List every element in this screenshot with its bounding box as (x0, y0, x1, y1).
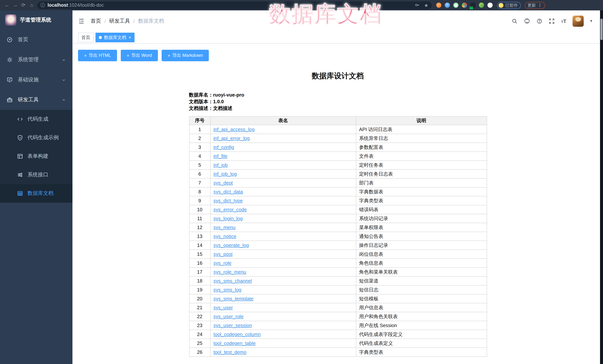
dashboard-icon (7, 37, 13, 43)
extension-icon-green-check[interactable] (453, 3, 458, 8)
sidebar-logo-row[interactable]: 芋道管理系统 (0, 11, 72, 30)
export-markdown-button[interactable]: + 导出 Markdown (162, 50, 209, 61)
extension-icon-orange[interactable] (436, 3, 441, 8)
bookmark-star-icon[interactable]: ★ (424, 2, 428, 8)
table-link[interactable]: sys_user (213, 305, 233, 310)
address-bar[interactable]: ⓘ localhost:1024/tool/db-doc ★ (37, 1, 432, 9)
table-link[interactable]: sys_user_session (213, 323, 252, 328)
table-link[interactable]: sys_sms_template (213, 296, 253, 301)
row-desc: 角色和菜单关联表 (356, 267, 487, 276)
row-desc: 短信模板 (356, 294, 487, 303)
table-link[interactable]: inf_job (213, 162, 228, 168)
table-link[interactable]: sys_user_role (213, 314, 244, 319)
table-link[interactable]: sys_login_log (213, 216, 243, 221)
browser-toolbar: ← → ⟳ ⌂ ⓘ localhost:1024/tool/db-doc ★ o… (0, 0, 603, 11)
extension-icon-puzzle[interactable] (487, 3, 493, 8)
table-link[interactable]: sys_sms_log (213, 287, 241, 293)
scrollbar-thumb[interactable] (600, 19, 603, 40)
extension-icon-green-leaf[interactable] (479, 3, 484, 8)
table-link[interactable]: tool_codegen_table (213, 341, 256, 346)
sidebar-item-form-builder[interactable]: 表单构建 (0, 147, 72, 165)
font-size-icon[interactable]: TT (561, 18, 566, 24)
browser-home-icon[interactable]: ⌂ (27, 0, 36, 11)
table-link[interactable]: inf_job_log (213, 171, 237, 177)
table-link[interactable]: sys_dict_data (213, 189, 243, 195)
row-no: 12 (189, 223, 210, 232)
extension-icon-color-grid[interactable] (462, 3, 467, 8)
browser-forward-icon[interactable]: → (11, 0, 19, 11)
sidebar-item-codegen[interactable]: 代码生成 (0, 110, 72, 128)
site-info-icon[interactable]: ⓘ (40, 2, 45, 8)
table-link[interactable]: inf_api_access_log (213, 127, 255, 132)
table-link[interactable]: sys_notice (213, 233, 236, 239)
avatar-caret-down-icon[interactable]: ▾ (590, 19, 592, 23)
table-link[interactable]: sys_menu (213, 225, 236, 230)
app-title: 芋道管理系统 (20, 17, 51, 23)
sidebar-item-devtools[interactable]: 研发工具 (0, 90, 72, 110)
url-host: localhost (47, 3, 68, 8)
github-icon[interactable] (524, 18, 530, 24)
row-desc: 错误码表 (356, 205, 487, 214)
browser-reload-icon[interactable]: ⟳ (19, 0, 27, 11)
tables-index-table: 序号 表名 说明 1 inf_api_access_log API 访问日志表 … (189, 116, 487, 357)
table-row: 10 sys_error_code 错误码表 (189, 205, 487, 214)
table-link[interactable]: sys_post (213, 251, 232, 257)
browser-menu-dots-icon[interactable]: ⋮ (538, 3, 542, 8)
sidebar-item-label: 基础设施 (18, 77, 57, 83)
row-desc: 字典类型表 (356, 348, 487, 357)
row-desc: 文件表 (356, 152, 487, 161)
table-link[interactable]: sys_operate_log (213, 243, 249, 248)
table-link[interactable]: tool_test_demo (213, 349, 246, 355)
table-icon (17, 190, 23, 196)
export-html-button[interactable]: + 导出 HTML (78, 50, 117, 61)
table-link[interactable]: inf_config (213, 144, 234, 150)
row-desc: 代码生成表字段定义 (356, 330, 487, 339)
extension-icon-blue-pin[interactable] (445, 3, 450, 8)
sidebar-item-infra[interactable]: 基础设施 (0, 70, 72, 90)
table-link[interactable]: sys_dept (213, 180, 233, 186)
search-icon[interactable] (512, 18, 518, 24)
export-word-button[interactable]: + 导出 Word (121, 50, 158, 61)
row-desc: API 访问日志表 (356, 125, 487, 134)
table-link[interactable]: inf_api_error_log (213, 135, 250, 141)
table-row: 5 inf_job 定时任务表 (189, 161, 487, 169)
extension-icon-onetab[interactable]: on (470, 3, 475, 8)
tab-db-doc[interactable]: 数据库文档 × (95, 33, 135, 42)
password-key-icon[interactable] (415, 3, 420, 8)
tab-close-icon[interactable]: × (128, 35, 131, 40)
table-link[interactable]: sys_dict_type (213, 198, 243, 203)
table-link[interactable]: sys_role_menu (213, 269, 246, 275)
sidebar-item-system-api[interactable]: 系统接口 (0, 165, 72, 184)
export-markdown-label: 导出 Markdown (172, 52, 203, 59)
sidebar-item-home[interactable]: 首页 (0, 30, 72, 50)
row-desc: 角色信息表 (356, 259, 487, 267)
table-link[interactable]: sys_error_code (213, 207, 247, 212)
breadcrumb: 首页 / 研发工具 / 数据库文档 (91, 18, 164, 24)
sidebar-collapse-icon[interactable] (78, 18, 85, 24)
breadcrumb-item-home[interactable]: 首页 (91, 18, 101, 24)
row-desc: 短信日志 (356, 285, 487, 294)
profile-emoji-icon (499, 3, 503, 8)
help-icon[interactable] (537, 18, 543, 24)
fullscreen-icon[interactable] (549, 18, 555, 24)
table-link[interactable]: sys_sms_channel (213, 278, 252, 284)
table-link[interactable]: sys_role (213, 260, 232, 266)
breadcrumb-item-devtools[interactable]: 研发工具 (109, 18, 130, 24)
table-link[interactable]: inf_file (213, 153, 227, 159)
sidebar-item-codegen-example[interactable]: 代码生成示例 (0, 128, 72, 147)
profile-paused-chip[interactable]: 已暂停 (497, 2, 521, 9)
tags-view-bar: 首页 数据库文档 × (72, 32, 603, 44)
avatar[interactable] (573, 15, 584, 27)
sidebar-item-system[interactable]: 系统管理 (0, 50, 72, 70)
sidebar-item-db-doc[interactable]: 数据库文档 (0, 184, 72, 203)
table-link[interactable]: tool_codegen_column (213, 331, 261, 337)
export-toolbar: + 导出 HTML + 导出 Word + 导出 Markdown (72, 50, 603, 61)
breadcrumb-separator: / (133, 18, 135, 24)
row-desc: 通知公告表 (356, 232, 487, 241)
browser-update-button[interactable]: 更新 ⋮ (525, 2, 545, 9)
breadcrumb-item-current: 数据库文档 (138, 18, 164, 24)
tab-home[interactable]: 首页 (78, 33, 94, 42)
browser-back-icon[interactable]: ← (3, 0, 11, 11)
row-no: 11 (189, 214, 210, 223)
table-row: 21 sys_user 用户信息表 (189, 303, 487, 312)
